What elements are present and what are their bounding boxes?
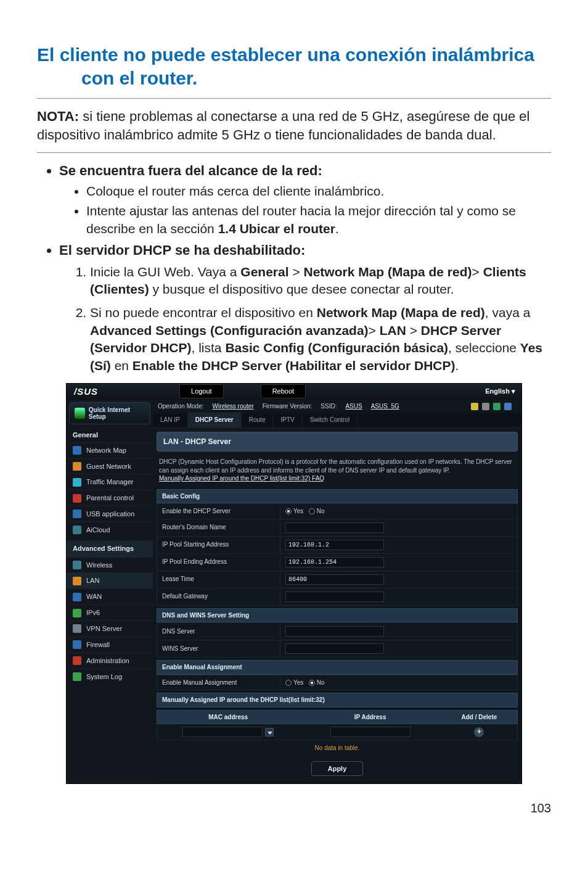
lease-input[interactable] (285, 574, 384, 585)
no-data-message: No data in table. (153, 740, 521, 756)
advanced-heading: Advanced Settings (67, 540, 153, 557)
shield-icon (73, 640, 81, 649)
radio-no[interactable] (309, 508, 315, 514)
sidebar-item-usb[interactable]: USB application (67, 506, 153, 522)
label-start: IP Pool Starting Address (157, 536, 280, 553)
mac-input[interactable] (182, 727, 263, 737)
label-manual: Enable Manual Assignment (157, 675, 280, 690)
t: . (455, 358, 459, 373)
sidebar-item-label: IPv6 (86, 608, 100, 617)
sidebar-item-aicloud[interactable]: AiCloud (67, 522, 153, 538)
opmode-link[interactable]: Wireless router (213, 402, 254, 411)
logout-button[interactable]: Logout (179, 384, 224, 398)
lock-icon (73, 494, 81, 503)
sidebar-item-wan[interactable]: WAN (67, 588, 153, 604)
add-button[interactable]: + (474, 727, 484, 737)
desc-text: DHCP (Dynamic Host Configuration Protoco… (159, 458, 512, 474)
mac-dropdown-icon[interactable] (265, 728, 274, 736)
domain-input[interactable] (285, 522, 384, 533)
sidebar-item-firewall[interactable]: Firewall (67, 637, 153, 653)
basic-config-table: Enable the DHCP Server Yes No Router's D… (157, 503, 518, 606)
sidebar: Quick Internet Setup General Network Map… (67, 400, 153, 783)
asus-logo: /SUS (67, 386, 105, 398)
tab-switch-control[interactable]: Switch Control (303, 413, 357, 427)
nota-label: NOTA: (37, 109, 79, 124)
usb-icon (493, 403, 500, 410)
language-select[interactable]: English ▾ (485, 387, 515, 396)
sidebar-item-ipv6[interactable]: IPv6 (67, 604, 153, 621)
sidebar-item-wireless[interactable]: Wireless (67, 557, 153, 573)
ssid-1[interactable]: ASUS (345, 402, 362, 411)
t-bold: Advanced Settings (Configuración avanzad… (90, 323, 369, 337)
sidebar-item-vpn[interactable]: VPN Server (67, 621, 153, 637)
language-label: English (485, 387, 510, 395)
bullet-out-of-range: Se encuentra fuera del alcance de la red… (59, 162, 551, 237)
fw-label: Firmware Version: (263, 402, 312, 411)
value-enable-dhcp: Yes No (280, 504, 518, 519)
panel-title: LAN - DHCP Server (157, 432, 518, 452)
page-number: 103 (37, 800, 551, 817)
dns-input[interactable] (285, 626, 384, 637)
sidebar-item-admin[interactable]: Administration (67, 653, 153, 669)
radio-manual-no[interactable] (309, 680, 315, 686)
ssid-label: SSID: (321, 402, 337, 411)
section-basic-config: Basic Config (157, 489, 518, 504)
sidebar-item-label: Wireless (86, 561, 112, 570)
quick-internet-setup[interactable]: Quick Internet Setup (69, 402, 150, 424)
page-heading: El cliente no puede establecer una conex… (37, 43, 551, 89)
radio-yes[interactable] (285, 508, 292, 514)
sidebar-item-lan[interactable]: LAN (67, 572, 153, 588)
sidebar-item-label: Administration (86, 656, 129, 666)
map-icon (73, 446, 81, 455)
sidebar-item-label: Parental control (86, 493, 134, 503)
row-domain: Router's Domain Name (157, 519, 518, 536)
ip-start-input[interactable] (285, 540, 384, 550)
faq-link[interactable]: Manually Assigned IP around the DHCP lis… (159, 475, 324, 482)
t: , vaya a (485, 305, 531, 320)
vpn-icon (73, 624, 81, 633)
step-2: Si no puede encontrar el dispositivo en … (90, 304, 551, 374)
label-enable-dhcp: Enable the DHCP Server (157, 504, 280, 519)
ip-input[interactable] (330, 727, 410, 737)
step-1: Inicie la GUI Web. Vaya a General > Netw… (90, 263, 551, 299)
lan-icon (73, 577, 81, 585)
ipv6-icon (73, 609, 81, 617)
sidebar-item-network-map[interactable]: Network Map (67, 442, 153, 458)
main-panel: Operation Mode: Wireless router Firmware… (153, 400, 521, 783)
tab-iptv[interactable]: IPTV (273, 413, 302, 427)
radio-manual-yes[interactable] (285, 680, 292, 686)
t: , seleccione (448, 340, 520, 355)
col-add-delete: Add / Delete (441, 711, 517, 724)
tab-dhcp-server[interactable]: DHCP Server (188, 413, 242, 427)
row-start: IP Pool Starting Address (157, 536, 518, 553)
sidebar-item-syslog[interactable]: System Log (67, 669, 153, 685)
ssid-2[interactable]: ASUS_5G (371, 402, 399, 411)
tab-lan-ip[interactable]: LAN IP (153, 413, 188, 427)
section-ip-list: Manually Assigned IP around the DHCP lis… (157, 693, 518, 708)
sidebar-item-traffic[interactable]: Traffic Manager (67, 474, 153, 490)
label-lease: Lease Time (157, 571, 280, 588)
t: Inicie la GUI Web. Vaya a (90, 265, 240, 279)
t-bold: General (240, 265, 288, 279)
apply-button[interactable]: Apply (311, 761, 364, 776)
bullet-dhcp-title: El servidor DHCP se ha deshabilitado: (59, 242, 305, 258)
sub-bullet-closer: Coloque el router más cerca del cliente … (86, 183, 551, 200)
user-icon (73, 656, 81, 665)
globe-icon (73, 593, 81, 601)
col-mac: MAC address (157, 711, 299, 724)
tab-route[interactable]: Route (242, 413, 274, 427)
sub-bullet-antenna: Intente ajustar las antenas del router h… (86, 202, 551, 237)
sidebar-item-label: Network Map (86, 446, 126, 455)
divider (37, 152, 551, 153)
reboot-button[interactable]: Reboot (261, 384, 306, 398)
sidebar-item-parental[interactable]: Parental control (67, 490, 153, 506)
row-end: IP Pool Ending Address (157, 553, 518, 571)
heading-line2: con el router. (37, 67, 551, 90)
wins-input[interactable] (285, 643, 384, 654)
sidebar-item-guest[interactable]: Guest Network (67, 458, 153, 474)
gateway-input[interactable] (285, 592, 384, 602)
radio-yes-label: Yes (293, 679, 303, 686)
wand-icon (75, 408, 85, 419)
ip-end-input[interactable] (285, 557, 384, 567)
lan-tabs: LAN IP DHCP Server Route IPTV Switch Con… (153, 413, 521, 428)
